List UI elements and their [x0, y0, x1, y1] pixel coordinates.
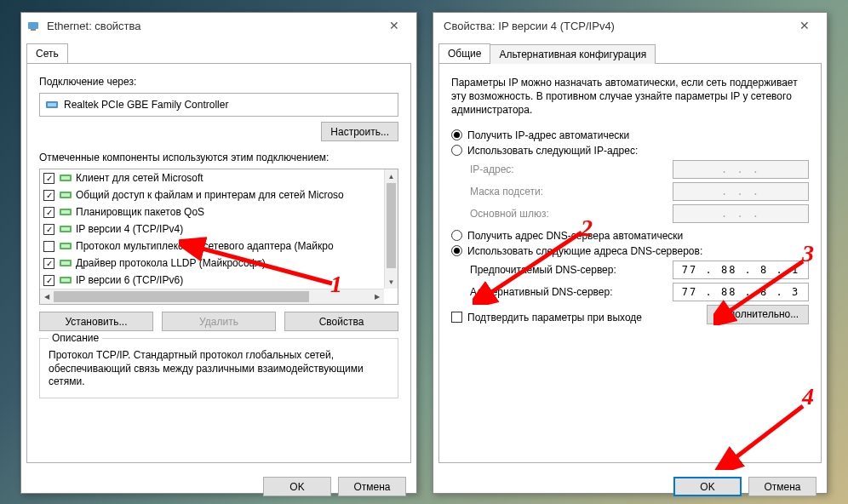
- ip-address-field: . . .: [673, 160, 809, 179]
- configure-button[interactable]: Настроить...: [321, 122, 398, 141]
- dialog-title: Ethernet: свойства: [47, 20, 377, 32]
- svg-rect-15: [61, 261, 70, 265]
- close-button[interactable]: ✕: [377, 14, 411, 37]
- svg-rect-0: [28, 22, 38, 29]
- checkbox-icon[interactable]: ✓: [43, 275, 54, 286]
- component-icon: [59, 171, 72, 185]
- ipv4-properties-dialog: Свойства: IP версии 4 (TCP/IPv4) ✕ Общие…: [433, 12, 828, 494]
- list-item-label: IP версии 4 (TCP/IPv4): [76, 223, 183, 235]
- dns-alternate-label: Альтернативный DNS-сервер:: [470, 286, 673, 298]
- component-icon: [59, 188, 72, 202]
- description-text: Протокол TCP/IP. Стандартный протокол гл…: [49, 349, 389, 389]
- component-icon: [59, 239, 72, 253]
- description-fieldset: Описание Протокол TCP/IP. Стандартный пр…: [39, 338, 398, 398]
- horizontal-scrollbar[interactable]: ◀ ▶: [40, 289, 384, 304]
- connect-via-label: Подключение через:: [39, 76, 398, 88]
- list-item-label: Планировщик пакетов QoS: [76, 206, 204, 218]
- component-icon: [59, 256, 72, 270]
- components-listbox[interactable]: ✓Клиент для сетей Microsoft✓Общий доступ…: [39, 169, 398, 305]
- checkbox-icon: [451, 312, 462, 323]
- dns-alternate-field[interactable]: 77 . 88 . 8 . 3: [673, 283, 809, 301]
- description-title: Описание: [49, 332, 102, 344]
- checkbox-icon[interactable]: ✓: [43, 190, 54, 201]
- ip-address-label: IP-адрес:: [470, 163, 673, 175]
- scroll-left-arrow[interactable]: ◀: [40, 289, 54, 304]
- list-item-label: Общий доступ к файлам и принтерам для се…: [76, 189, 344, 201]
- tab-network[interactable]: Сеть: [26, 43, 68, 63]
- svg-rect-13: [61, 244, 70, 248]
- scroll-up-arrow[interactable]: ▲: [385, 169, 398, 183]
- checkbox-icon[interactable]: ✓: [43, 173, 54, 184]
- ok-button[interactable]: OK: [263, 477, 331, 496]
- checkbox-icon[interactable]: ✓: [43, 258, 54, 269]
- ethernet-icon: [26, 19, 40, 32]
- adapter-box: Realtek PCIe GBE Family Controller: [39, 93, 398, 117]
- list-item[interactable]: ✓Планировщик пакетов QoS: [40, 203, 398, 220]
- list-item-label: Протокол мультиплексора сетевого адаптер…: [76, 240, 334, 252]
- cancel-button[interactable]: Отмена: [748, 477, 816, 496]
- checkbox-icon[interactable]: ✓: [43, 224, 54, 235]
- vertical-scrollbar[interactable]: ▲ ▼: [384, 169, 398, 289]
- checkbox-icon[interactable]: ✓: [43, 207, 54, 218]
- list-item-label: IP версии 6 (TCP/IPv6): [76, 274, 183, 286]
- gateway-field: . . .: [673, 204, 809, 223]
- advanced-button[interactable]: Дополнительно...: [707, 305, 809, 324]
- titlebar: Ethernet: свойства ✕: [21, 13, 416, 38]
- subnet-mask-label: Маска подсети:: [470, 186, 673, 198]
- close-button[interactable]: ✕: [788, 14, 822, 37]
- list-item[interactable]: Протокол мультиплексора сетевого адаптер…: [40, 238, 398, 255]
- list-item[interactable]: ✓Клиент для сетей Microsoft: [40, 169, 398, 186]
- hscroll-thumb[interactable]: [54, 291, 309, 302]
- scroll-right-arrow[interactable]: ▶: [370, 289, 384, 304]
- components-label: Отмеченные компоненты используются этим …: [39, 152, 398, 163]
- dns-preferred-field[interactable]: 77 . 88 . 8 . 1: [673, 261, 809, 279]
- checkbox-icon[interactable]: [43, 241, 54, 252]
- svg-rect-9: [61, 210, 70, 214]
- scroll-down-arrow[interactable]: ▼: [385, 275, 398, 289]
- cancel-button[interactable]: Отмена: [338, 477, 406, 496]
- dns-preferred-label: Предпочитаемый DNS-сервер:: [470, 264, 673, 276]
- radio-icon: [451, 230, 462, 241]
- adapter-name: Realtek PCIe GBE Family Controller: [64, 99, 228, 111]
- svg-rect-1: [31, 29, 36, 31]
- gateway-label: Основной шлюз:: [470, 208, 673, 220]
- component-icon: [59, 222, 72, 236]
- component-icon: [59, 205, 72, 219]
- radio-dns-manual[interactable]: Использовать следующие адреса DNS-сервер…: [451, 245, 809, 257]
- install-button[interactable]: Установить...: [39, 312, 153, 331]
- ok-button[interactable]: OK: [673, 477, 742, 496]
- svg-rect-3: [48, 103, 56, 106]
- radio-icon: [451, 245, 462, 256]
- component-icon: [59, 273, 72, 287]
- titlebar: Свойства: IP версии 4 (TCP/IPv4) ✕: [433, 13, 827, 38]
- svg-rect-17: [61, 278, 70, 282]
- list-item[interactable]: ✓IP версии 4 (TCP/IPv4): [40, 220, 398, 238]
- radio-icon: [451, 129, 462, 140]
- radio-dns-auto[interactable]: Получить адрес DNS-сервера автоматически: [451, 230, 809, 242]
- list-item[interactable]: ✓Общий доступ к файлам и принтерам для с…: [40, 186, 398, 203]
- svg-rect-5: [61, 176, 70, 180]
- tab-alternate-config[interactable]: Альтернативная конфигурация: [490, 44, 656, 64]
- subnet-mask-field: . . .: [673, 182, 809, 201]
- dialog-title: Свойства: IP версии 4 (TCP/IPv4): [438, 20, 788, 32]
- nic-icon: [45, 98, 59, 112]
- radio-icon: [451, 145, 462, 156]
- list-item[interactable]: ✓IP версии 6 (TCP/IPv6): [40, 272, 398, 289]
- tab-general[interactable]: Общие: [438, 43, 490, 63]
- svg-rect-7: [61, 193, 70, 197]
- info-text: Параметры IP можно назначать автоматичес…: [451, 76, 809, 117]
- list-item-label: Клиент для сетей Microsoft: [76, 172, 203, 184]
- svg-rect-11: [61, 227, 70, 231]
- list-item-label: Драйвер протокола LLDP (Майкрософт): [76, 257, 266, 269]
- scroll-thumb[interactable]: [387, 183, 396, 268]
- list-item[interactable]: ✓Драйвер протокола LLDP (Майкрософт): [40, 255, 398, 272]
- properties-button[interactable]: Свойства: [284, 312, 398, 331]
- radio-ip-auto[interactable]: Получить IP-адрес автоматически: [451, 129, 809, 141]
- ethernet-properties-dialog: Ethernet: свойства ✕ Сеть Подключение че…: [20, 12, 417, 494]
- radio-ip-manual[interactable]: Использовать следующий IP-адрес:: [451, 145, 809, 157]
- remove-button: Удалить: [162, 312, 276, 331]
